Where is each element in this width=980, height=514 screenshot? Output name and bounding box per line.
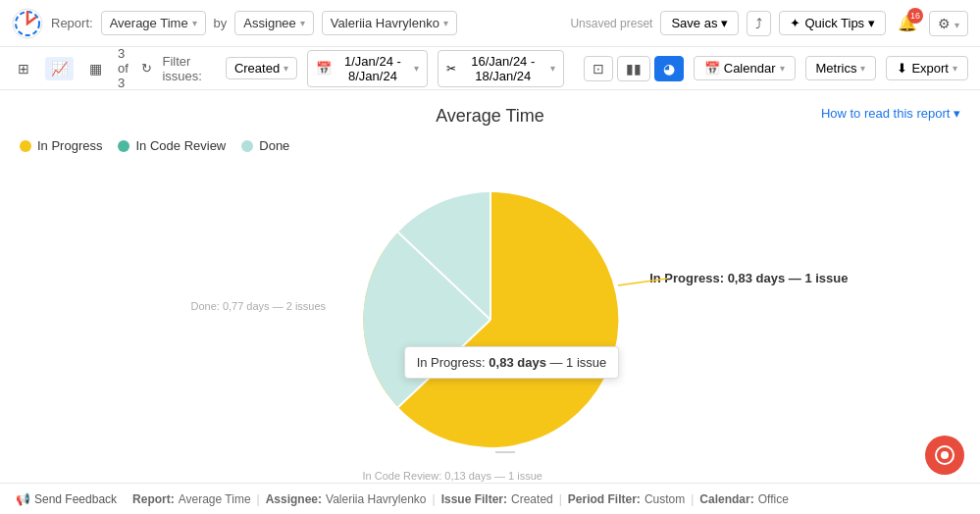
gallery-icon: ⊡ xyxy=(593,61,604,77)
bar-chart-icon: ▮▮ xyxy=(626,61,642,77)
in-progress-dot xyxy=(20,140,31,152)
calendar-icon: 📅 xyxy=(316,61,332,76)
metrics-button[interactable]: Metrics ▾ xyxy=(805,56,877,80)
chevron-down-icon: ▾ xyxy=(721,16,728,30)
footer-period-filter-label: Period Filter: xyxy=(568,492,641,506)
send-feedback-button[interactable]: 📢 Send Feedback xyxy=(16,492,117,506)
share-button[interactable]: ⤴ xyxy=(747,11,771,36)
bar-chart-view-button[interactable]: ▮▮ xyxy=(617,56,650,81)
top-toolbar: Report: Average Time ▾ by Assignee ▾ Val… xyxy=(0,0,980,47)
table-icon: ▦ xyxy=(89,61,102,77)
filter-issues-label: Filter issues: xyxy=(162,54,215,83)
in-progress-label: In Progress xyxy=(37,138,102,153)
issue-count: 3 of 3 ↻ xyxy=(118,46,152,90)
pie-chart-svg xyxy=(343,173,638,467)
notification-badge: 16 xyxy=(907,8,923,24)
chart-legend: In Progress In Code Review Done xyxy=(20,138,960,153)
tooltip-suffix: — 1 issue xyxy=(546,355,606,370)
chevron-down-icon: ▾ xyxy=(284,63,288,74)
period-range-picker[interactable]: ✂ 16/Jan/24 - 18/Jan/24 ▾ xyxy=(438,50,564,87)
footer-assignee-label: Assignee: xyxy=(266,492,322,506)
calendar-small-icon: 📅 xyxy=(704,61,720,76)
view-type-buttons: ⊡ ▮▮ ◕ xyxy=(584,56,684,81)
issue-filter-select[interactable]: Created ▾ xyxy=(226,57,297,79)
in-code-review-label: In Code Review xyxy=(135,138,226,153)
grid-view-button[interactable]: ⊞ xyxy=(12,57,35,80)
svg-point-8 xyxy=(941,451,949,459)
chart-title: Average Time xyxy=(20,106,960,127)
chevron-down-icon: ▾ xyxy=(860,63,865,74)
done-pie-label: Done: 0,77 days — 2 issues xyxy=(191,300,327,312)
footer-issue-filter-value: Created xyxy=(511,492,553,506)
tooltip-value: 0,83 days xyxy=(489,355,546,370)
grid-icon: ⊞ xyxy=(18,61,29,77)
table-view-button[interactable]: ▦ xyxy=(83,57,108,80)
date-range-picker[interactable]: 📅 1/Jan/24 - 8/Jan/24 ▾ xyxy=(307,50,428,87)
lightbulb-icon: ✦ xyxy=(790,16,800,30)
footer-report-label: Report: xyxy=(132,492,175,506)
record-icon xyxy=(934,444,955,466)
chevron-down-icon: ▾ xyxy=(300,18,305,28)
megaphone-icon: 📢 xyxy=(16,492,30,506)
chart-view-button[interactable]: 📈 xyxy=(45,57,74,80)
user-select[interactable]: Valeriia Havrylenko ▾ xyxy=(322,11,457,35)
in-code-review-pie-label: In Code Review: 0,13 days — 1 issue xyxy=(363,470,542,482)
export-button[interactable]: ⬇ Export ▾ xyxy=(886,56,968,80)
how-to-read-link[interactable]: How to read this report ▾ xyxy=(821,106,960,121)
legend-in-progress: In Progress xyxy=(20,138,102,153)
chevron-down-icon: ▾ xyxy=(780,63,785,74)
settings-button[interactable]: ⚙ ▾ xyxy=(929,11,968,36)
report-type-select[interactable]: Average Time ▾ xyxy=(101,11,206,35)
refresh-icon: ↻ xyxy=(141,61,152,76)
footer: 📢 Send Feedback Report: Average Time | A… xyxy=(0,483,980,514)
gallery-view-button[interactable]: ⊡ xyxy=(584,56,613,81)
save-as-button[interactable]: Save as ▾ xyxy=(660,11,739,35)
pie-chart-icon: ◕ xyxy=(663,61,675,77)
notification-button[interactable]: 🔔 16 xyxy=(894,10,921,36)
period-icon: ✂ xyxy=(446,62,456,76)
chevron-down-icon: ▾ xyxy=(953,63,957,74)
in-code-review-dot xyxy=(118,140,129,152)
report-label: Report: xyxy=(51,16,93,30)
done-label: Done xyxy=(259,138,289,153)
footer-period-filter-value: Custom xyxy=(645,492,685,506)
share-icon: ⤴ xyxy=(755,16,762,31)
chevron-down-icon: ▾ xyxy=(868,16,875,30)
footer-calendar-label: Calendar: xyxy=(699,492,753,506)
main-content: Average Time How to read this report ▾ I… xyxy=(0,90,980,492)
calendar-button[interactable]: 📅 Calendar ▾ xyxy=(694,56,796,80)
footer-assignee-value: Valeriia Havrylenko xyxy=(326,492,427,506)
pie-chart-container: Done: 0,77 days — 2 issues In Code Revie… xyxy=(343,173,638,467)
chevron-down-icon: ▾ xyxy=(954,20,959,30)
footer-report-value: Average Time xyxy=(179,492,251,506)
line-chart-icon: 📈 xyxy=(51,61,68,77)
unsaved-preset-label: Unsaved preset xyxy=(570,17,652,30)
groupby-select[interactable]: Assignee ▾ xyxy=(234,11,313,35)
footer-calendar-value: Office xyxy=(758,492,789,506)
legend-done: Done xyxy=(241,138,289,153)
by-label: by xyxy=(214,16,228,30)
app-logo xyxy=(12,8,43,39)
bottom-right-action-button[interactable] xyxy=(925,436,964,475)
chevron-down-icon: ▾ xyxy=(414,63,419,74)
legend-in-code-review: In Code Review xyxy=(118,138,226,153)
chevron-down-icon: ▾ xyxy=(192,18,197,28)
done-dot xyxy=(241,140,253,152)
chart-area: Done: 0,77 days — 2 issues In Code Revie… xyxy=(20,163,960,477)
chevron-down-icon: ▾ xyxy=(550,63,555,74)
chevron-down-icon: ▾ xyxy=(443,18,448,28)
export-icon: ⬇ xyxy=(897,61,907,76)
quick-tips-button[interactable]: ✦ Quick Tips ▾ xyxy=(779,11,886,35)
second-toolbar: ⊞ 📈 ▦ 3 of 3 ↻ Filter issues: Created ▾ … xyxy=(0,47,980,90)
pie-chart-view-button[interactable]: ◕ xyxy=(654,56,684,81)
tooltip: In Progress: 0,83 days — 1 issue xyxy=(404,346,620,379)
gear-icon: ⚙ xyxy=(938,16,951,31)
footer-issue-filter-label: Issue Filter: xyxy=(441,492,507,506)
tooltip-prefix: In Progress: xyxy=(417,355,490,370)
in-progress-pie-label: In Progress: 0,83 days — 1 issue xyxy=(649,271,848,285)
